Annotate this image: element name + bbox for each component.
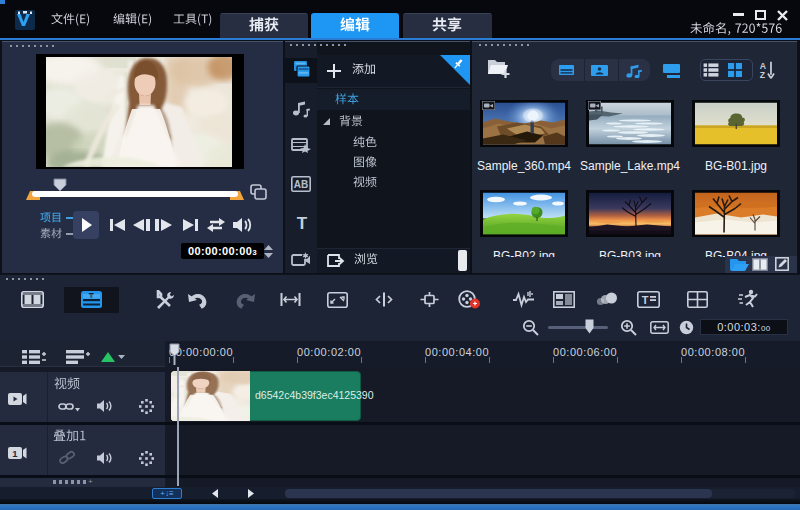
svg-text:A: A [760,61,767,71]
svg-text:1: 1 [12,448,18,459]
svg-text:Z: Z [760,70,766,80]
svg-text:AB: AB [294,179,308,190]
svg-text:T: T [642,294,649,306]
